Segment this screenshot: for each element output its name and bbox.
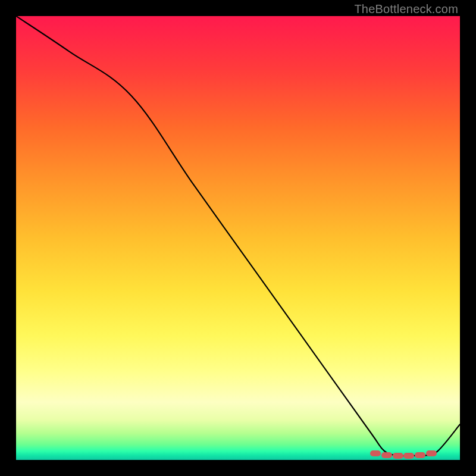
valley-marker: [426, 450, 437, 456]
line-series: [16, 16, 460, 460]
valley-marker: [381, 452, 392, 458]
valley-marker: [370, 450, 381, 456]
valley-marker: [415, 452, 425, 458]
attribution-label: TheBottleneck.com: [354, 2, 458, 16]
valley-marker: [403, 453, 414, 459]
chart-frame: TheBottleneck.com: [0, 0, 476, 476]
plot-area: [16, 16, 460, 460]
valley-marker: [393, 453, 403, 459]
